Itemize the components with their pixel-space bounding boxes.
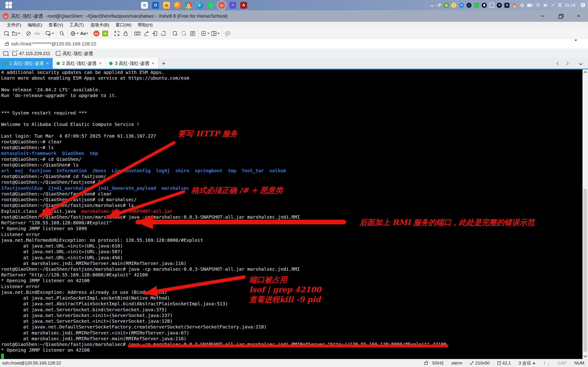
connected-dot-icon: [4, 62, 7, 65]
pen-input-icon[interactable]: [551, 3, 555, 7]
tab-label: 2 高红-顶红-渗透: [62, 60, 97, 67]
taskbar-pinned-apps: ⊞ O ▣ e ♪ ⚡ A: [141, 2, 247, 9]
session-tab-2[interactable]: 2 高红-顶红-渗透×: [53, 58, 106, 69]
snip-pen-icon[interactable]: ⌐P: [436, 3, 441, 8]
new-file-button[interactable]: [200, 29, 210, 38]
start-button[interactable]: [6, 2, 12, 9]
clipboard-icon[interactable]: [489, 3, 494, 8]
microsoft-store-icon[interactable]: ⊞: [141, 2, 148, 9]
session-tab-1[interactable]: 1 高红-顶红-渗透×: [0, 58, 53, 69]
send-to-button[interactable]: [150, 29, 159, 38]
quick-link-ip[interactable]: 47.115.229.211: [12, 51, 50, 56]
scrollbar-thumb[interactable]: [583, 189, 587, 352]
file-explorer-icon[interactable]: ▣: [163, 2, 170, 9]
clock[interactable]: 15:18: [564, 3, 575, 8]
xftp-brand-icon[interactable]: e: [101, 29, 110, 38]
scroll-down-icon[interactable]: [583, 354, 587, 358]
menu-item-3[interactable]: 工具(T): [67, 22, 86, 28]
terminal-scrollbar[interactable]: [582, 69, 588, 359]
menu-item-2[interactable]: 查看(V): [46, 22, 66, 28]
duplicate-stop-button[interactable]: [180, 29, 188, 38]
tab-scroll-left-icon[interactable]: [556, 61, 560, 65]
feedback-button[interactable]: [223, 29, 232, 38]
new-window-icon[interactable]: [3, 51, 8, 56]
tab-close-icon[interactable]: ×: [99, 61, 102, 66]
minimize-button[interactable]: [540, 14, 545, 19]
tab-list-icon[interactable]: [579, 61, 583, 65]
tab-close-icon[interactable]: ×: [152, 61, 154, 66]
menu-item-5[interactable]: 窗口(W): [113, 22, 134, 28]
virtual-keyboard-button[interactable]: [133, 29, 142, 38]
fullscreen-button[interactable]: [112, 29, 121, 38]
terminal-line: at javax.net.DefaultServerSocketFactory.…: [1, 324, 582, 330]
new-tab-button[interactable]: +: [158, 58, 169, 69]
open-sessions-button[interactable]: [11, 29, 21, 38]
lock-screen-button[interactable]: [121, 29, 130, 38]
terminal-line: RefServer "http://120.55.169.128:8000/#E…: [1, 272, 582, 278]
encoding-globe-button[interactable]: [69, 29, 79, 38]
address-dropdown-icon[interactable]: [575, 41, 577, 47]
wifi-icon[interactable]: [535, 3, 541, 7]
steam-icon[interactable]: ○: [467, 3, 472, 8]
windows-taskbar: ⊞ O ▣ e ♪ ⚡ A ⌐P ◉ ♪ iU ○ ·· ❖ ▼ 🔥 英 15:…: [0, 0, 588, 10]
notification-center-icon[interactable]: [580, 2, 586, 8]
tab-scroll-right-icon[interactable]: [565, 61, 569, 65]
outlook-icon[interactable]: O: [152, 2, 159, 9]
terminal-line: at java.net.PlainSocketImpl.socketBind(N…: [1, 295, 582, 301]
quick-link-session[interactable]: 高红-顶红-渗透: [56, 50, 93, 57]
settings-gear-icon[interactable]: [519, 3, 525, 8]
menu-item-4[interactable]: 选项卡(B): [87, 22, 112, 28]
disconnect-button[interactable]: [24, 29, 33, 38]
find-button[interactable]: [58, 29, 66, 38]
tab-close-icon[interactable]: ×: [46, 61, 49, 66]
security-flame-icon[interactable]: 🔥: [512, 3, 517, 8]
battery-icon[interactable]: [527, 3, 533, 7]
iu-reader-icon[interactable]: iU: [459, 3, 464, 8]
firefox-icon[interactable]: [174, 2, 181, 9]
dark-app-icon-1[interactable]: ❖: [497, 3, 502, 8]
log-view-button[interactable]: [188, 29, 197, 38]
terminal-line: [1, 104, 582, 110]
terminal-line: root@QiaoShen:~# ls: [1, 145, 582, 150]
xshell-brand-icon[interactable]: [92, 29, 101, 38]
menu-bar: 文件(F)编辑(E)查看(V)工具(T)选项卡(B)窗口(W)帮助(H): [0, 22, 588, 28]
font-button[interactable]: Aa: [79, 29, 89, 38]
edge-icon[interactable]: e: [196, 2, 203, 9]
status-session-count[interactable]: 3 会话: [519, 360, 536, 366]
wechat-icon[interactable]: ··: [474, 3, 479, 8]
scripts-button[interactable]: [159, 29, 168, 38]
volume-icon[interactable]: [543, 3, 548, 7]
layout-button[interactable]: [210, 29, 220, 38]
restore-button[interactable]: [558, 14, 563, 19]
new-session-button[interactable]: [2, 29, 11, 38]
hidden-icons-chevron[interactable]: [430, 3, 434, 7]
system-tray: ⌐P ◉ ♪ iU ○ ·· ❖ ▼ 🔥 英 15:18: [431, 2, 586, 8]
xshell-taskbar-icon[interactable]: [218, 2, 225, 9]
address-url[interactable]: ssh://root:**********@120.55.169.128:22: [11, 41, 96, 47]
session-tab-3[interactable]: 3 高红-顶红-渗透×: [105, 58, 158, 69]
duplicate-run-button[interactable]: [171, 29, 180, 38]
terminal-line: java.net.MalformedURLException: no proto…: [1, 237, 582, 243]
terminal-area[interactable]: 4 additional security updates can be app…: [0, 69, 588, 359]
xftp-icon[interactable]: ⚡: [229, 2, 236, 9]
qq-music-icon[interactable]: ♪: [207, 2, 214, 9]
qq-music-tray-icon[interactable]: ♪: [451, 3, 456, 8]
qq-icon[interactable]: [482, 3, 487, 8]
menu-item-6[interactable]: 帮助(H): [135, 22, 155, 28]
scroll-up-icon[interactable]: [583, 71, 587, 75]
acrobat-icon[interactable]: A: [240, 2, 247, 9]
close-button[interactable]: ×: [576, 14, 581, 19]
connected-dot-icon: [109, 62, 112, 65]
external-link-icon: [12, 51, 17, 56]
download-arrow-icon: ↓: [547, 361, 550, 366]
compose-button[interactable]: [142, 29, 150, 38]
ime-indicator[interactable]: 英: [557, 2, 562, 8]
terminal-line: Listener error: [1, 284, 582, 290]
chrome-icon[interactable]: [185, 2, 192, 9]
dark-app-icon-2[interactable]: ▼: [504, 3, 510, 8]
menu-item-1[interactable]: 编辑(E): [25, 22, 45, 28]
menu-item-0[interactable]: 文件(F): [4, 22, 24, 28]
session-properties-button[interactable]: [44, 29, 55, 38]
reconnect-button[interactable]: [33, 29, 42, 38]
green-app-icon[interactable]: ◉: [444, 3, 449, 8]
